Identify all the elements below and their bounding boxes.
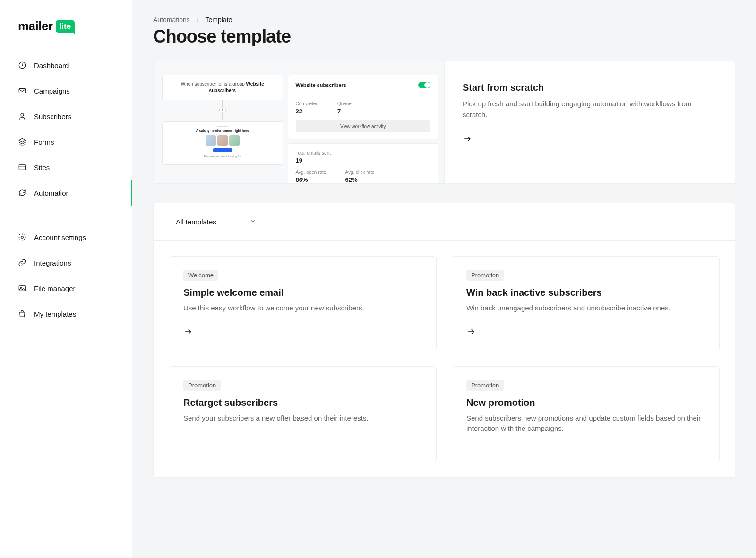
- logo-badge: lite: [56, 20, 75, 33]
- template-card[interactable]: Promotion Win back inactive subscribers …: [452, 256, 720, 351]
- template-filter-select[interactable]: All templates: [169, 213, 263, 231]
- hero-description: Pick up fresh and start building engagin…: [463, 99, 717, 120]
- breadcrumb-parent[interactable]: Automations: [153, 16, 190, 24]
- nav-forms[interactable]: Forms: [0, 129, 132, 155]
- nav-label: My templates: [34, 310, 76, 318]
- clock-icon: [18, 61, 26, 69]
- gear-icon: [18, 233, 26, 241]
- chevron-down-icon: [249, 218, 256, 226]
- user-icon: [18, 112, 26, 120]
- nav-label: File manager: [34, 284, 76, 292]
- template-title: Win back inactive subscribers: [466, 287, 705, 298]
- nav-file-manager[interactable]: File manager: [0, 275, 132, 301]
- templates-grid: Welcome Simple welcome email Use this ea…: [154, 241, 735, 477]
- logo-text: mailer: [18, 19, 53, 34]
- stats-card-top: Website subscribers Completed22 Queue7 V…: [288, 75, 438, 139]
- nav-label: Sites: [34, 163, 50, 172]
- workflow-preview: When subscriber joins a group Website su…: [162, 75, 283, 183]
- nav-my-templates[interactable]: My templates: [0, 301, 132, 326]
- template-card[interactable]: Promotion New promotion Send subscribers…: [452, 366, 720, 462]
- template-description: Send subscribers new promotions and upda…: [466, 413, 705, 434]
- svg-point-2: [21, 113, 24, 116]
- svg-rect-1: [19, 89, 26, 93]
- main-content: Automations › Template Choose template W…: [132, 0, 756, 558]
- template-description: Send your subscribers a new offer based …: [183, 413, 422, 424]
- nav-label: Integrations: [34, 259, 71, 267]
- stats-preview: Website subscribers Completed22 Queue7 V…: [288, 75, 438, 183]
- template-tag: Promotion: [466, 270, 504, 281]
- template-title: New promotion: [466, 397, 705, 408]
- nav-campaigns[interactable]: Campaigns: [0, 78, 132, 103]
- template-title: Retarget subscribers: [183, 397, 422, 408]
- filter-bar: All templates: [154, 203, 735, 241]
- template-card[interactable]: Welcome Simple welcome email Use this ea…: [169, 256, 437, 351]
- arrow-right-icon[interactable]: [183, 327, 193, 336]
- nav-label: Forms: [34, 138, 54, 146]
- stats-title: Website subscribers: [296, 82, 346, 88]
- template-title: Simple welcome email: [183, 287, 422, 298]
- secondary-nav: Account settings Integrations File manag…: [0, 224, 132, 326]
- workflow-email-preview: A catchy header comes right here Feature…: [162, 121, 283, 165]
- workflow-activity-button: View workflow activity: [296, 120, 430, 132]
- refresh-icon: [18, 189, 26, 197]
- sidebar: mailer lite Dashboard Campaigns Subscrib…: [0, 0, 132, 558]
- hero-arrow-button[interactable]: [463, 134, 472, 144]
- nav-label: Automation: [34, 189, 70, 197]
- template-description: Use this easy workflow to welcome your n…: [183, 303, 422, 314]
- image-icon: [18, 284, 26, 292]
- toggle-icon: [418, 82, 430, 88]
- nav-label: Dashboard: [34, 61, 69, 69]
- arrow-right-icon[interactable]: [466, 327, 476, 336]
- nav-label: Account settings: [34, 233, 86, 241]
- select-value: All templates: [176, 218, 216, 226]
- template-description: Win back unengaged subscribers and unsub…: [466, 303, 705, 314]
- layers-icon: [18, 137, 26, 146]
- mail-icon: [18, 86, 26, 95]
- template-tag: Promotion: [466, 380, 504, 391]
- templates-section: All templates Welcome Simple welcome ema…: [153, 203, 735, 478]
- nav-dashboard[interactable]: Dashboard: [0, 52, 132, 78]
- hero-content[interactable]: Start from scratch Pick up fresh and sta…: [444, 61, 735, 183]
- nav-automation[interactable]: Automation: [0, 180, 132, 206]
- logo[interactable]: mailer lite: [0, 14, 132, 52]
- window-icon: [18, 163, 26, 172]
- page-title: Choose template: [153, 26, 735, 47]
- template-tag: Promotion: [183, 380, 221, 391]
- nav-account-settings[interactable]: Account settings: [0, 224, 132, 250]
- breadcrumb: Automations › Template: [153, 16, 735, 24]
- stats-card-bottom: Total emails sent19 Avg. open rate86% Av…: [288, 143, 438, 183]
- primary-nav: Dashboard Campaigns Subscribers Forms Si…: [0, 52, 132, 206]
- workflow-trigger-node: When subscriber joins a group Website su…: [162, 75, 283, 100]
- nav-subscribers[interactable]: Subscribers: [0, 103, 132, 129]
- link-icon: [18, 258, 26, 267]
- workflow-add-step: +: [219, 107, 226, 113]
- nav-label: Subscribers: [34, 112, 71, 120]
- nav-integrations[interactable]: Integrations: [0, 250, 132, 275]
- hero-card: When subscriber joins a group Website su…: [153, 61, 735, 184]
- svg-rect-3: [19, 165, 26, 170]
- nav-label: Campaigns: [34, 87, 70, 95]
- hero-title: Start from scratch: [463, 82, 717, 93]
- breadcrumb-current: Template: [206, 16, 232, 24]
- hero-preview: When subscriber joins a group Website su…: [154, 61, 444, 183]
- bag-icon: [18, 309, 26, 318]
- svg-point-4: [21, 236, 24, 239]
- template-card[interactable]: Promotion Retarget subscribers Send your…: [169, 366, 437, 462]
- nav-sites[interactable]: Sites: [0, 155, 132, 180]
- chevron-right-icon: ›: [197, 16, 199, 24]
- template-tag: Welcome: [183, 270, 218, 281]
